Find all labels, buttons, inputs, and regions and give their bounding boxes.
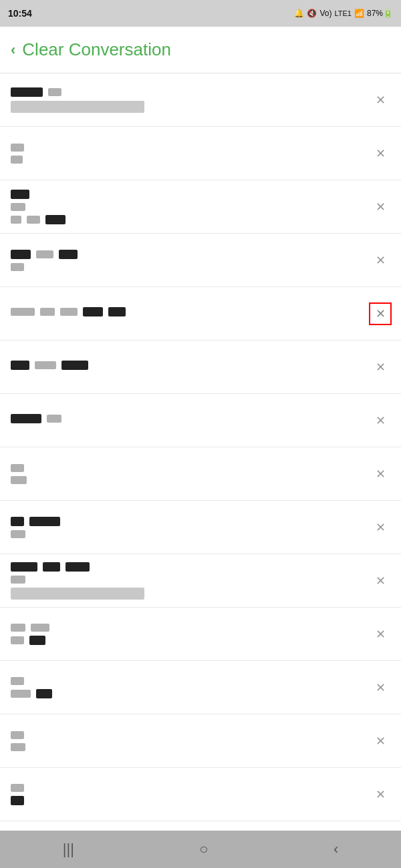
mute-icon: 🔇 — [307, 9, 317, 18]
lte-icon: LTE1 — [334, 9, 351, 17]
status-icons: 🔔 🔇 Vo) LTE1 📶 87%🔋 — [294, 9, 393, 18]
list-item: ✕ — [0, 661, 401, 714]
conv-content — [11, 562, 390, 600]
close-button[interactable]: ✕ — [369, 623, 392, 646]
conv-content — [11, 414, 390, 427]
list-item: ✕ — [0, 287, 401, 341]
back-button[interactable]: ‹ — [11, 41, 15, 59]
close-button[interactable]: ✕ — [369, 89, 392, 112]
signal-icon: Vo) — [319, 9, 331, 18]
conversation-list: ✕✕✕✕✕✕✕✕✕✕✕✕✕✕ — [0, 73, 401, 831]
close-button[interactable]: ✕ — [369, 463, 392, 485]
list-item: ✕ — [0, 714, 401, 768]
recent-apps-button[interactable]: ||| — [47, 835, 90, 863]
close-button[interactable]: ✕ — [369, 356, 392, 379]
list-item: ✕ — [0, 341, 401, 394]
conv-content — [11, 87, 390, 113]
conv-content — [11, 361, 390, 374]
home-button[interactable]: ○ — [183, 835, 224, 863]
conv-content — [11, 144, 390, 164]
conv-content — [11, 731, 390, 751]
conv-content — [11, 464, 390, 484]
conv-content — [11, 307, 390, 320]
close-button[interactable]: ✕ — [369, 570, 392, 592]
conv-content — [11, 624, 390, 645]
list-item: ✕ — [0, 768, 401, 821]
list-item: ✕ — [0, 73, 401, 127]
conv-content — [11, 784, 390, 805]
close-button[interactable]: ✕ — [369, 409, 392, 432]
notification-icon: 🔔 — [294, 9, 304, 18]
list-item: ✕ — [0, 608, 401, 661]
list-item: ✕ — [0, 394, 401, 447]
list-item: ✕ — [0, 501, 401, 554]
list-item: ✕ — [0, 234, 401, 287]
close-button[interactable]: ✕ — [369, 676, 392, 699]
list-item: ✕ — [0, 180, 401, 234]
page-title: Clear Conversation — [22, 39, 171, 60]
battery-icon: 87%🔋 — [367, 9, 393, 18]
signal-bars-icon: 📶 — [354, 9, 364, 18]
bottom-navigation: ||| ○ ‹ — [0, 831, 401, 868]
header: ‹ Clear Conversation — [0, 27, 401, 73]
list-item: ✕ — [0, 554, 401, 608]
close-button[interactable]: ✕ — [369, 783, 392, 806]
close-button[interactable]: ✕ — [369, 302, 392, 325]
list-item: ✕ — [0, 127, 401, 180]
close-button[interactable]: ✕ — [369, 730, 392, 752]
status-bar: 10:54 🔔 🔇 Vo) LTE1 📶 87%🔋 — [0, 0, 401, 27]
conv-content — [11, 190, 390, 224]
conv-content — [11, 250, 390, 271]
list-item: ✕ — [0, 447, 401, 501]
close-button[interactable]: ✕ — [369, 249, 392, 272]
back-nav-button[interactable]: ‹ — [317, 835, 354, 863]
close-button[interactable]: ✕ — [369, 516, 392, 539]
close-button[interactable]: ✕ — [369, 196, 392, 218]
conv-content — [11, 677, 390, 698]
close-button[interactable]: ✕ — [369, 142, 392, 165]
status-time: 10:54 — [8, 8, 32, 19]
conv-content — [11, 517, 390, 538]
